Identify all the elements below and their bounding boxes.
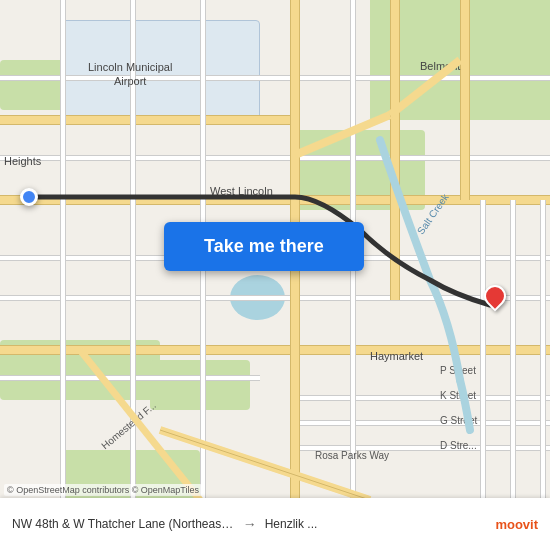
arrow-icon: → xyxy=(243,516,257,532)
bottom-bar: NW 48th & W Thatcher Lane (Northeast ...… xyxy=(0,498,550,550)
major-road-h2 xyxy=(0,345,550,355)
moovit-logo-text: moovit xyxy=(495,517,538,532)
take-me-there-button[interactable]: Take me there xyxy=(164,222,364,271)
major-road-v2 xyxy=(390,0,400,300)
moovit-logo: moovit xyxy=(495,517,538,532)
airport-area xyxy=(60,20,260,120)
to-location-text: Henzlik ... xyxy=(265,517,488,531)
origin-marker xyxy=(20,188,38,206)
road-v-60 xyxy=(60,0,66,550)
major-road-v1 xyxy=(290,0,300,550)
destination-marker xyxy=(484,285,506,307)
map-attribution: © OpenStreetMap contributors © OpenMapTi… xyxy=(4,484,202,496)
major-road-v3 xyxy=(460,0,470,200)
road-v-130 xyxy=(130,0,136,550)
road-h-airport xyxy=(0,115,290,125)
map-container: Heights Lincoln MunicipalAirport West Li… xyxy=(0,0,550,550)
destination-pin xyxy=(479,280,510,311)
road-v-200 xyxy=(200,0,206,550)
road-h-295 xyxy=(0,295,550,301)
from-location-text: NW 48th & W Thatcher Lane (Northeast ... xyxy=(12,517,235,531)
road-v-350 xyxy=(350,0,356,550)
